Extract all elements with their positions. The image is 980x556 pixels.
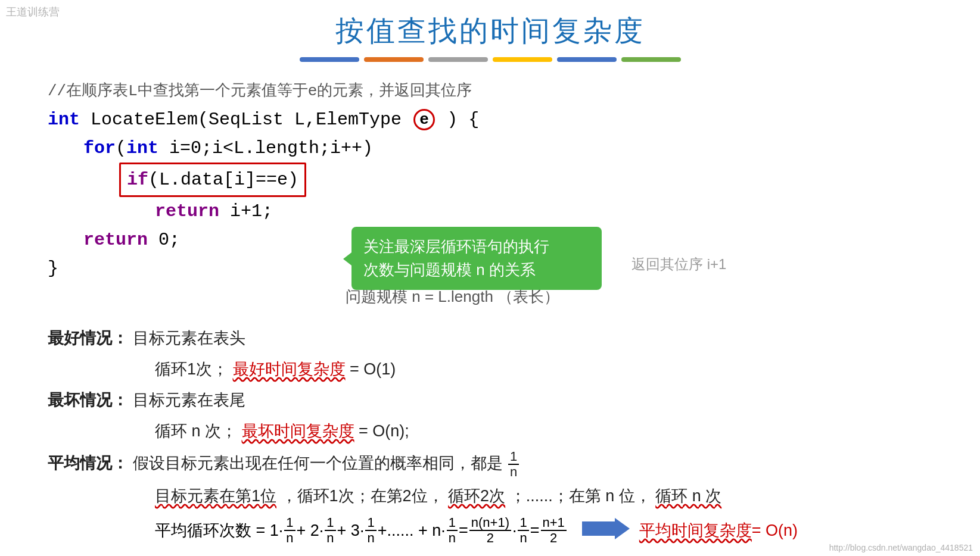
- best-detail: 循环1次；: [155, 360, 228, 378]
- avg-positions-row: 目标元素在第1位 ，循环1次；在第2位， 循环2次 ；......；在第 n 位…: [48, 482, 956, 511]
- code-section: //在顺序表L中查找第一个元素值等于e的元素，并返回其位序 int Locate…: [24, 80, 956, 307]
- avg-plus-2: + 2·: [297, 521, 324, 540]
- avg-eq-sign2: =: [530, 521, 540, 540]
- keyword-return0: return: [83, 230, 148, 250]
- if-box: if(L.data[i]==e): [119, 163, 306, 197]
- page-title: 按值查找的时间复杂度: [24, 12, 956, 50]
- avg-eq-sign: =: [459, 521, 468, 540]
- avg-dot-sep: ·: [512, 521, 517, 540]
- code-line-1: int LocateElem(SeqList L,ElemType e ) {: [48, 105, 956, 134]
- color-bars: [24, 57, 956, 62]
- avg-dots: +...... + n·: [378, 521, 446, 540]
- color-bar-4: [493, 57, 552, 62]
- keyword-return1: return: [155, 201, 219, 221]
- callout-bubble: 关注最深层循环语句的执行次数与问题规模 n 的关系: [351, 227, 602, 290]
- worst-detail: 循环 n 次；: [155, 422, 237, 440]
- best-eq: = O(1): [350, 360, 396, 378]
- frac-1-n-n: 1 n: [447, 516, 458, 545]
- color-bar-1: [300, 57, 359, 62]
- callout-text: 关注最深层循环语句的执行次数与问题规模 n 的关系: [363, 238, 549, 279]
- avg-formula-label: 平均循环次数 = 1·: [155, 520, 283, 541]
- close-brace: }: [48, 258, 58, 279]
- avg-pos-text-1: 目标元素在第1位: [155, 487, 276, 505]
- watermark-tl: 王道训练营: [6, 5, 60, 19]
- code-if-content: (L.data[i]==e): [148, 170, 298, 190]
- blue-arrow-icon: [582, 518, 630, 539]
- code-line-for: for(int i=0;i<L.length;i++): [48, 134, 956, 163]
- code-text-brace: ) {: [447, 110, 479, 130]
- avg-frac-denom: n: [508, 465, 519, 479]
- code-line-if: if(L.data[i]==e) 关注最深层循环语句的执行次数与问题规模 n 的…: [48, 163, 956, 197]
- avg-prob-frac: 1 n: [508, 449, 519, 479]
- worst-label: 最坏情况：: [48, 391, 128, 409]
- avg-label: 平均情况：: [48, 454, 128, 472]
- frac-n1-2: n+1 2: [541, 516, 567, 545]
- avg-case-row1: 平均情况： 假设目标元素出现在任何一个位置的概率相同，都是 1 n: [48, 449, 956, 479]
- frac-1-n-3: 1 n: [365, 516, 376, 545]
- worst-case-row2: 循环 n 次； 最坏时间复杂度 = O(n);: [48, 417, 956, 446]
- svg-marker-0: [582, 518, 630, 539]
- best-label: 最好情况：: [48, 329, 128, 347]
- frac-1-n-2: 1 n: [325, 516, 335, 545]
- page-container: 王道训练营 按值查找的时间复杂度 //在顺序表L中查找第一个元素值等于e的元素，…: [0, 0, 980, 556]
- code-for-content: (: [116, 138, 126, 158]
- code-comment: //在顺序表L中查找第一个元素值等于e的元素，并返回其位序: [48, 80, 956, 101]
- watermark-br: http://blog.csdn.net/wangdao_4418521: [829, 543, 973, 552]
- best-complexity-label: 最好时间复杂度: [233, 360, 346, 378]
- color-bar-5: [557, 57, 617, 62]
- keyword-int: int: [48, 110, 80, 130]
- return0-value: 0;: [148, 230, 180, 250]
- frac-1-n-final: 1 n: [518, 516, 528, 545]
- code-line-return1: return i+1;: [48, 197, 956, 226]
- avg-pos-text-2: 循环2次: [448, 487, 505, 505]
- keyword-int-for: int: [126, 138, 158, 158]
- worst-desc: 目标元素在表尾: [133, 391, 245, 409]
- return1-value: i+1;: [219, 201, 273, 221]
- avg-desc: 假设目标元素出现在任何一个位置的概率相同，都是: [133, 454, 503, 472]
- avg-pos-text-n: 循环 n 次: [655, 487, 721, 505]
- avg-frac-numer: 1: [508, 449, 519, 465]
- e-parameter-circle: e: [413, 109, 435, 130]
- avg-formula-row: 平均循环次数 = 1· 1 n + 2· 1 n + 3· 1 n +.....…: [48, 516, 956, 545]
- frac-1-n-1: 1 n: [284, 516, 295, 545]
- analysis-section: 最好情况： 目标元素在表头 循环1次； 最好时间复杂度 = O(1) 最坏情况：…: [24, 325, 956, 545]
- code-text-locateelem: LocateElem(SeqList L,ElemType: [91, 110, 412, 130]
- avg-plus-3: + 3·: [337, 521, 365, 540]
- worst-complexity-label: 最坏时间复杂度: [242, 422, 354, 440]
- keyword-if: if: [127, 170, 148, 190]
- blue-arrow-container: [582, 518, 630, 543]
- avg-complexity-eq: = O(n): [752, 521, 798, 540]
- best-case-row2: 循环1次； 最好时间复杂度 = O(1): [48, 355, 956, 384]
- best-desc: 目标元素在表头: [133, 329, 245, 347]
- avg-pos-sep2: ；......；在第 n 位，: [510, 487, 651, 505]
- best-case-row1: 最好情况： 目标元素在表头: [48, 325, 956, 352]
- avg-complexity-label: 平均时间复杂度: [639, 520, 752, 541]
- keyword-for: for: [83, 138, 116, 158]
- color-bar-6: [621, 57, 681, 62]
- frac-nn1-2n: n(n+1) 2: [469, 516, 511, 545]
- color-bar-2: [364, 57, 424, 62]
- worst-eq: = O(n);: [359, 422, 409, 440]
- color-bar-3: [428, 57, 488, 62]
- worst-case-row1: 最坏情况： 目标元素在表尾: [48, 387, 956, 414]
- avg-pos-sep1: ，循环1次；在第2位，: [281, 487, 444, 505]
- code-for-rest: i=0;i<L.length;i++): [158, 138, 373, 158]
